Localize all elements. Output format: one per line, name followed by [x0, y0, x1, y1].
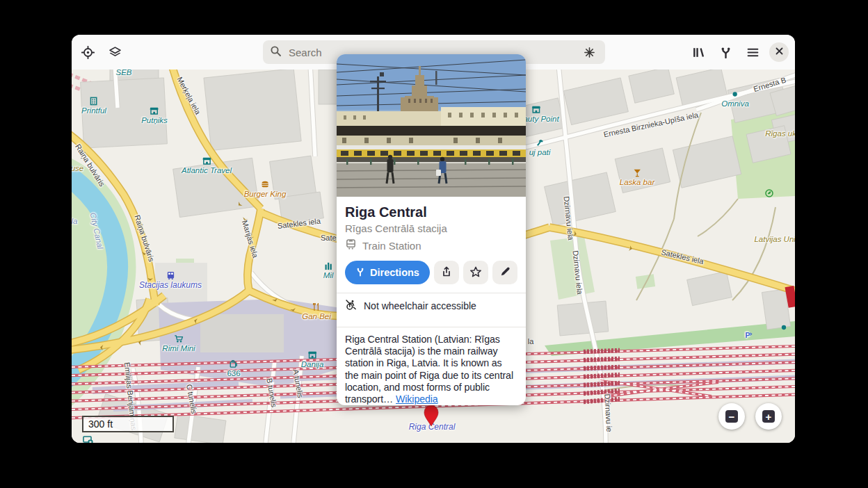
- accessibility-text: Not wheelchair accessible: [364, 300, 476, 311]
- divider: [337, 327, 526, 327]
- locate-icon: [81, 46, 95, 59]
- menu-icon: [746, 46, 760, 59]
- layers-button[interactable]: [103, 40, 127, 64]
- menu-button[interactable]: [741, 40, 764, 64]
- place-description: Riga Central Station (Latvian: Rīgas Cen…: [345, 334, 517, 405]
- plus-icon: +: [762, 410, 775, 423]
- place-photo: [337, 54, 526, 197]
- close-icon: [775, 47, 784, 58]
- star-icon: [469, 266, 482, 280]
- place-card: Riga Central Rīgas Centrālā stacija Trai…: [337, 54, 526, 405]
- share-icon: [440, 266, 453, 280]
- favorites-button[interactable]: [686, 40, 710, 64]
- route-icon: [719, 46, 732, 59]
- explore-icon: [584, 47, 595, 58]
- scale-bar: 300 ft: [82, 416, 174, 432]
- scale-label: 300 ft: [83, 418, 113, 430]
- zoom-out-button[interactable]: −: [718, 403, 745, 430]
- directions-label: Directions: [370, 267, 419, 278]
- directions-button[interactable]: Directions: [345, 261, 430, 284]
- favorite-button[interactable]: [463, 261, 488, 284]
- explore-poi-button[interactable]: [580, 43, 598, 61]
- edit-icon: [499, 266, 511, 279]
- maps-window: SEBPrintfulPutņiksMerķeļa ielaAtlantic T…: [72, 35, 795, 443]
- route-button[interactable]: [714, 40, 737, 64]
- locate-button[interactable]: [76, 40, 99, 64]
- map-pin[interactable]: [419, 404, 443, 430]
- place-native-name: Rīgas Centrālā stacija: [345, 222, 517, 234]
- zoom-in-button[interactable]: +: [755, 403, 782, 430]
- minus-icon: −: [725, 410, 738, 423]
- share-button[interactable]: [434, 261, 459, 284]
- library-icon: [692, 46, 705, 59]
- route-icon: [355, 267, 365, 279]
- not-wheelchair-icon: [345, 299, 357, 313]
- close-window-button[interactable]: [769, 42, 789, 62]
- search-icon: [270, 45, 282, 60]
- edit-button[interactable]: [492, 261, 517, 284]
- place-title: Riga Central: [345, 204, 517, 220]
- train-icon: [345, 238, 357, 252]
- place-category: Train Station: [362, 240, 421, 252]
- attribution-icon[interactable]: [83, 435, 93, 443]
- wikipedia-link[interactable]: Wikipedia: [396, 393, 438, 405]
- layers-icon: [108, 46, 122, 59]
